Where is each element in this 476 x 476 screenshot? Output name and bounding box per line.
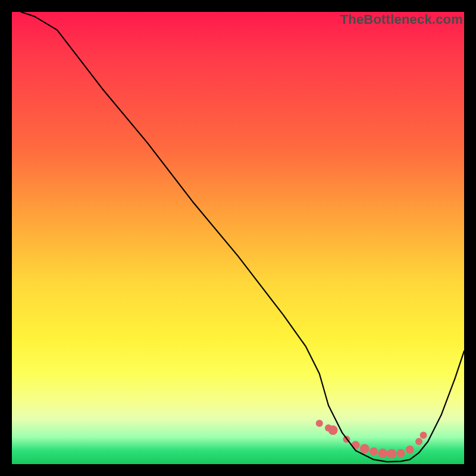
marker-dot — [420, 431, 427, 439]
marker-dot — [387, 449, 396, 459]
marker-dot — [369, 447, 378, 456]
bottleneck-curve — [21, 12, 464, 462]
marker-dot — [406, 446, 414, 454]
marker-dot — [415, 438, 422, 445]
watermark-text: TheBottleneck.com — [340, 12, 463, 27]
chart-svg — [12, 12, 464, 464]
marker-dot — [378, 449, 387, 458]
marker-dot — [352, 441, 360, 449]
chart-frame: TheBottleneck.com — [12, 12, 464, 464]
marker-dot — [360, 444, 369, 453]
marker-dot — [328, 425, 338, 435]
markers-layer — [316, 420, 427, 459]
marker-dot — [316, 420, 323, 427]
marker-dot — [397, 449, 405, 458]
